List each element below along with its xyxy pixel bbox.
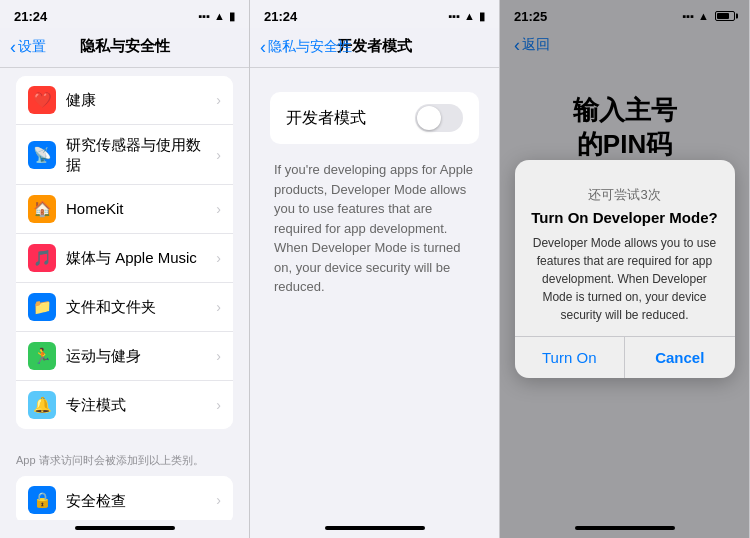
chevron-icon: › <box>216 201 221 217</box>
homekit-label: HomeKit <box>66 199 212 219</box>
panel-privacy-security: 21:24 ▪▪▪ ▲ ▮ ‹ 设置 隐私与安全性 ❤️ 健康 › 📡 研究传感… <box>0 0 250 538</box>
research-icon: 📡 <box>28 141 56 169</box>
safety-icon: 🔒 <box>28 486 56 514</box>
chevron-icon: › <box>216 92 221 108</box>
alert-cancel-button[interactable]: Cancel <box>625 337 735 378</box>
chevron-icon: › <box>216 299 221 315</box>
signal-icon: ▪▪▪ <box>448 10 460 22</box>
chevron-icon: › <box>216 250 221 266</box>
battery-icon: ▮ <box>479 10 485 23</box>
music-icon: 🎵 <box>28 244 56 272</box>
list-group-safety-check: 🔒 安全检查 › <box>16 476 233 520</box>
nav-title-1: 隐私与安全性 <box>80 37 170 56</box>
alert-content: 还可尝试3次 Turn On Developer Mode? Developer… <box>515 160 735 336</box>
list-item-homekit[interactable]: 🏠 HomeKit › <box>16 185 233 234</box>
focus-icon: 🔔 <box>28 391 56 419</box>
files-label: 文件和文件夹 <box>66 297 212 317</box>
home-indicator-1 <box>75 526 175 530</box>
wifi-icon: ▲ <box>214 10 225 22</box>
status-time-1: 21:24 <box>14 9 47 24</box>
dev-description: If you're developing apps for Apple prod… <box>270 160 479 297</box>
list-item-focus[interactable]: 🔔 专注模式 › <box>16 381 233 429</box>
nav-back-label-1: 设置 <box>18 38 46 56</box>
dev-mode-toggle[interactable] <box>415 104 463 132</box>
files-icon: 📁 <box>28 293 56 321</box>
status-icons-1: ▪▪▪ ▲ ▮ <box>198 10 235 23</box>
nav-back-label-2: 隐私与安全性 <box>268 38 352 56</box>
status-icons-2: ▪▪▪ ▲ ▮ <box>448 10 485 23</box>
alert-buttons: Turn On Cancel <box>515 336 735 378</box>
panel-developer-mode: 21:24 ▪▪▪ ▲ ▮ ‹ 隐私与安全性 开发者模式 开发者模式 If yo… <box>250 0 500 538</box>
list-item-files[interactable]: 📁 文件和文件夹 › <box>16 283 233 332</box>
chevron-icon: › <box>216 147 221 163</box>
dev-mode-content: 开发者模式 If you're developing apps for Appl… <box>250 68 499 520</box>
homekit-icon: 🏠 <box>28 195 56 223</box>
music-label: 媒体与 Apple Music <box>66 248 212 268</box>
chevron-icon: › <box>216 348 221 364</box>
safety-check-label: 安全检查 <box>66 491 212 511</box>
list-item-fitness[interactable]: 🏃 运动与健身 › <box>16 332 233 381</box>
alert-overlay: 还可尝试3次 Turn On Developer Mode? Developer… <box>500 0 749 538</box>
list-group-apps: ❤️ 健康 › 📡 研究传感器与使用数据 › 🏠 HomeKit › 🎵 媒体与… <box>16 76 233 429</box>
list-content-1: ❤️ 健康 › 📡 研究传感器与使用数据 › 🏠 HomeKit › 🎵 媒体与… <box>0 68 249 520</box>
fitness-icon: 🏃 <box>28 342 56 370</box>
list-item-health[interactable]: ❤️ 健康 › <box>16 76 233 125</box>
alert-confirm-button[interactable]: Turn On <box>515 337 626 378</box>
panel-pin-code: 21:25 ▪▪▪ ▲ ‹ 返回 输入主号 的PIN码 还可尝试3次 Turn … <box>500 0 750 538</box>
dev-mode-label: 开发者模式 <box>286 108 366 129</box>
fitness-label: 运动与健身 <box>66 346 212 366</box>
nav-back-2[interactable]: ‹ 隐私与安全性 <box>260 38 352 56</box>
list-item-research[interactable]: 📡 研究传感器与使用数据 › <box>16 125 233 185</box>
focus-label: 专注模式 <box>66 395 212 415</box>
alert-title: Turn On Developer Mode? <box>531 208 719 228</box>
app-permission-note: App 请求访问时会被添加到以上类别。 <box>0 449 249 476</box>
list-item-safety-check[interactable]: 🔒 安全检查 › <box>16 476 233 520</box>
signal-icon: ▪▪▪ <box>198 10 210 22</box>
alert-tries: 还可尝试3次 <box>531 186 719 204</box>
status-bar-2: 21:24 ▪▪▪ ▲ ▮ <box>250 0 499 28</box>
alert-dialog: 还可尝试3次 Turn On Developer Mode? Developer… <box>515 160 735 378</box>
health-label: 健康 <box>66 90 212 110</box>
list-item-music[interactable]: 🎵 媒体与 Apple Music › <box>16 234 233 283</box>
toggle-thumb <box>417 106 441 130</box>
chevron-icon: › <box>216 492 221 508</box>
chevron-icon: › <box>216 397 221 413</box>
nav-bar-1: ‹ 设置 隐私与安全性 <box>0 28 249 68</box>
alert-message: Developer Mode allows you to use feature… <box>531 234 719 324</box>
back-arrow-icon-2: ‹ <box>260 38 266 56</box>
battery-icon: ▮ <box>229 10 235 23</box>
status-time-2: 21:24 <box>264 9 297 24</box>
back-arrow-icon-1: ‹ <box>10 38 16 56</box>
home-indicator-2 <box>325 526 425 530</box>
health-icon: ❤️ <box>28 86 56 114</box>
research-label: 研究传感器与使用数据 <box>66 135 212 174</box>
nav-back-1[interactable]: ‹ 设置 <box>10 38 46 56</box>
nav-bar-2: ‹ 隐私与安全性 开发者模式 <box>250 28 499 68</box>
status-bar-1: 21:24 ▪▪▪ ▲ ▮ <box>0 0 249 28</box>
wifi-icon: ▲ <box>464 10 475 22</box>
dev-mode-toggle-row: 开发者模式 <box>270 92 479 144</box>
